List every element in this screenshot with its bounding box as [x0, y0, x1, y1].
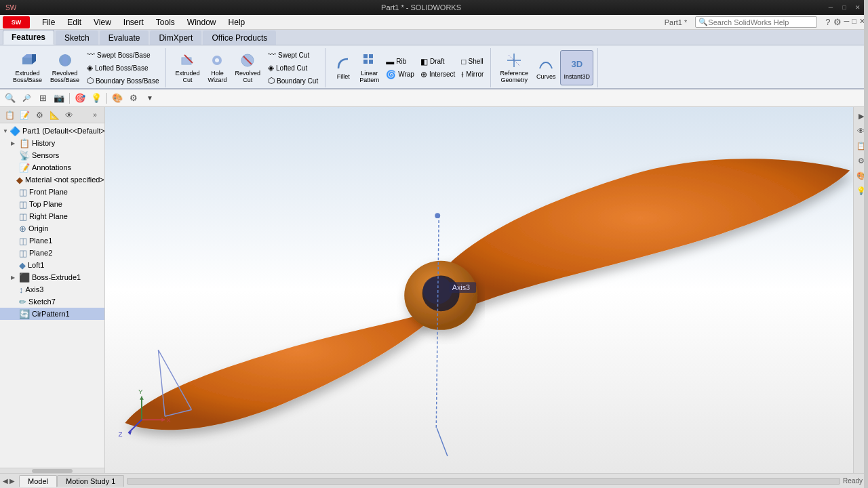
tree-item-boss-extrude1[interactable]: ▶ ⬛ Boss-Extrude1	[0, 271, 104, 283]
menu-help[interactable]: Help	[223, 16, 251, 28]
display-manager-tab[interactable]: 👁	[62, 109, 76, 121]
boundary-cut-button[interactable]: ⬡ Boundary Cut	[265, 75, 321, 87]
tree-item-material[interactable]: ▶ ◆ Material <not specified>	[0, 174, 104, 186]
property-manager-tab[interactable]: 📝	[18, 109, 31, 121]
curves-button[interactable]: Curves	[533, 50, 559, 85]
swept-boss-icon: 〰	[87, 50, 95, 60]
help-icon[interactable]: ?	[825, 17, 830, 27]
lofted-cut-button[interactable]: ◈ Lofted Cut	[265, 62, 321, 74]
menu-window[interactable]: Window	[182, 16, 222, 28]
intersect-button[interactable]: ⊕ Intersect	[418, 68, 458, 81]
viewport-3d[interactable]: X Y Z Axis3	[105, 107, 853, 473]
boundary-boss-base-button[interactable]: ⬡ Boundary Boss/Base	[84, 75, 161, 87]
revolved-boss-icon	[57, 52, 73, 68]
tree-item-right-plane[interactable]: ▶ ◫ Right Plane	[0, 210, 104, 222]
extruded-cut-button[interactable]: ExtrudedCut	[172, 50, 203, 85]
swept-boss-base-button[interactable]: 〰 Swept Boss/Base	[84, 49, 161, 61]
tab-office-products[interactable]: Office Products	[203, 30, 276, 45]
tree-item-sketch7[interactable]: ▶ ✏ Sketch7	[0, 296, 104, 308]
status-next-button[interactable]: ▶	[9, 477, 15, 485]
reference-buttons: ReferenceGeometry Curves 3D Instant3D	[496, 48, 593, 87]
panel-expand-button[interactable]: »	[88, 109, 102, 121]
minimize-button[interactable]: ─	[826, 3, 835, 12]
top-plane-arrow: ▶	[11, 201, 18, 207]
search-box[interactable]: 🔍	[695, 16, 817, 28]
zoom-to-fit-button[interactable]: 🔍	[3, 92, 18, 105]
tree-item-origin[interactable]: ▶ ⊕ Origin	[0, 222, 104, 235]
history-arrow: ▶	[11, 140, 18, 146]
reference-geometry-label: ReferenceGeometry	[500, 70, 528, 83]
tree-item-front-plane[interactable]: ▶ ◫ Front Plane	[0, 186, 104, 198]
settings-icon[interactable]: ⚙	[833, 17, 842, 27]
panel-resize-handle[interactable]	[864, 0, 868, 488]
status-bar: ◀ ▶ Model Motion Study 1 Ready	[0, 473, 868, 488]
svg-marker-2	[32, 54, 36, 64]
window-max-icon[interactable]: □	[852, 17, 856, 27]
tree-item-history[interactable]: ▶ 📋 History	[0, 137, 104, 149]
tree-item-cir-pattern1[interactable]: ▶ 🔄 CirPattern1	[0, 308, 104, 320]
rib-button[interactable]: ▬ Rib	[383, 56, 417, 68]
feature-manager-tab[interactable]: 📋	[3, 109, 16, 121]
material-arrow: ▶	[11, 177, 15, 183]
view-target-button[interactable]: 🎯	[73, 92, 87, 105]
tree-root[interactable]: ▼ 🔷 Part1 (Default<<Default>_Disp	[0, 125, 104, 137]
svg-rect-12	[369, 54, 373, 58]
view-settings-button[interactable]: ▼	[142, 92, 157, 105]
lighting-button[interactable]: 💡	[89, 92, 104, 105]
lofted-boss-base-button[interactable]: ◈ Lofted Boss/Base	[84, 62, 161, 74]
panel-scrollbar[interactable]	[0, 468, 104, 473]
appearance-button[interactable]: 🎨	[110, 92, 125, 105]
menu-edit[interactable]: Edit	[62, 16, 87, 28]
scenes-button[interactable]: ⚙	[126, 92, 141, 105]
display-style-button[interactable]: 📷	[52, 92, 66, 105]
tree-item-loft1[interactable]: ▶ ◆ Loft1	[0, 259, 104, 271]
root-arrow: ▼	[3, 128, 8, 134]
tree-item-top-plane[interactable]: ▶ ◫ Top Plane	[0, 198, 104, 210]
tab-evaluate[interactable]: Evaluate	[100, 30, 149, 45]
rib-label: Rib	[396, 58, 406, 65]
front-plane-arrow: ▶	[11, 189, 18, 195]
boss-extrude1-label: Boss-Extrude1	[32, 273, 81, 281]
revolved-cut-button[interactable]: RevolvedCut	[232, 50, 264, 85]
status-tab-motion-study[interactable]: Motion Study 1	[57, 475, 124, 487]
status-tab-model[interactable]: Model	[19, 475, 57, 487]
revolved-boss-base-button[interactable]: RevolvedBoss/Base	[47, 50, 83, 85]
window-controls: ─ □ ✕	[826, 3, 863, 12]
swept-cut-button[interactable]: 〰 Swept Cut	[265, 49, 321, 61]
tab-sketch[interactable]: Sketch	[56, 30, 98, 45]
search-input[interactable]	[708, 18, 810, 26]
hole-wizard-button[interactable]: HoleWizard	[204, 50, 230, 85]
mirror-button[interactable]: ⫲ Mirror	[458, 68, 486, 81]
dim-xpert-tab[interactable]: 📐	[47, 109, 61, 121]
maximize-button[interactable]: □	[840, 3, 849, 12]
tab-features[interactable]: Features	[3, 30, 54, 45]
menu-file[interactable]: File	[37, 16, 60, 28]
menu-insert[interactable]: Insert	[118, 16, 149, 28]
status-prev-button[interactable]: ◀	[3, 477, 8, 485]
plane2-icon: ◫	[19, 248, 27, 258]
config-manager-tab[interactable]: ⚙	[33, 109, 46, 121]
tree-item-annotations[interactable]: ▶ 📝 Annotations	[0, 161, 104, 174]
tree-item-plane1[interactable]: ▶ ◫ Plane1	[0, 235, 104, 247]
ribbon: Features Sketch Evaluate DimXpert Office…	[0, 30, 868, 89]
reference-geometry-button[interactable]: ReferenceGeometry	[496, 50, 532, 85]
menu-tools[interactable]: Tools	[151, 16, 180, 28]
linear-pattern-button[interactable]: LinearPattern	[356, 50, 382, 85]
shell-button[interactable]: □ Shell	[458, 56, 486, 68]
zoom-in-button[interactable]: 🔎	[19, 92, 34, 105]
tree-item-axis3[interactable]: ▶ ↕ Axis3	[0, 283, 104, 296]
close-button[interactable]: ✕	[853, 3, 863, 12]
instant3d-button[interactable]: 3D Instant3D	[560, 50, 593, 85]
fillet-button[interactable]: Fillet	[331, 50, 355, 85]
window-min-icon[interactable]: ─	[844, 17, 850, 27]
tab-dimxpert[interactable]: DimXpert	[150, 30, 201, 45]
horizontal-scrollbar[interactable]	[127, 478, 840, 485]
wrap-button[interactable]: 🌀 Wrap	[383, 68, 417, 81]
tree-item-sensors[interactable]: ▶ 📡 Sensors	[0, 149, 104, 161]
extruded-boss-base-button[interactable]: ExtrudedBoss/Base	[9, 50, 45, 85]
tree-item-plane2[interactable]: ▶ ◫ Plane2	[0, 247, 104, 259]
draft-button[interactable]: ◧ Draft	[418, 56, 458, 68]
menu-view[interactable]: View	[88, 16, 117, 28]
view-orientation-button[interactable]: ⊞	[35, 92, 50, 105]
main-area: 📋 📝 ⚙ 📐 👁 » ▼ 🔷 Part1 (Default<<Default>…	[0, 107, 868, 473]
